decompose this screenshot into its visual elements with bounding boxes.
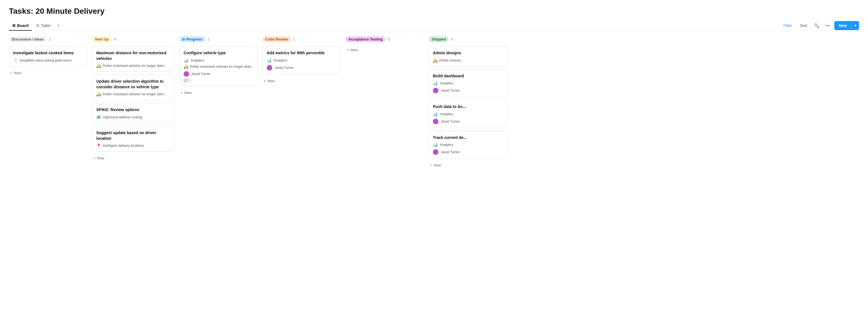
card[interactable]: Update driver selection algorithm to con… [92, 75, 175, 100]
analytics-icon: 📊 [267, 58, 272, 63]
table-icon: ⊟ [36, 23, 39, 28]
column-header-shipped: Shipped4 [429, 36, 507, 42]
add-icon: + [181, 90, 183, 95]
column-count-shipped: 4 [451, 37, 453, 41]
board: Discussion / Ideas1Investigate fastest c… [9, 36, 859, 176]
card-meta: 📊Analytics [433, 142, 503, 147]
comment-badge: 💬1 [184, 78, 254, 82]
card-title: Suggest update based on driver location [96, 130, 171, 141]
user-name: Jared Turner [441, 150, 460, 154]
new-button-arrow[interactable]: ▾ [851, 21, 859, 30]
card-tag-text: Prefer motorised vehicles for longer del… [103, 92, 166, 96]
tab-board[interactable]: ⊞ Board [9, 21, 32, 31]
card-title: Maximum distance for non-motorised vehic… [96, 50, 171, 61]
column-label-shipped: Shipped [429, 36, 448, 42]
analytics-label: Analytics [274, 58, 287, 62]
user-name: Jared Turner [191, 72, 211, 76]
page-title: Tasks: 20 Minute Delivery [9, 7, 859, 16]
user-name: Jared Turner [441, 88, 460, 92]
user-name: Jared Turner [275, 66, 293, 70]
card-tag: 🛵Prefer motorised vehicles for longer de… [96, 63, 171, 68]
column-discussion: Discussion / Ideas1Investigate fastest c… [9, 36, 88, 77]
card-tag-icon: 🛵 [433, 58, 438, 63]
card-user-row: Jared Turner [433, 149, 503, 155]
add-new-button-shipped[interactable]: + New [429, 161, 507, 169]
analytics-label: Analytics [440, 143, 453, 147]
avatar [433, 88, 438, 93]
column-codereview: Code Review1Add metrics for 95th percent… [262, 36, 341, 85]
avatar [433, 149, 438, 155]
card-title: SPIKE: Review options [96, 107, 171, 113]
column-header-nextup: Next Up4 [92, 36, 175, 42]
column-acceptance: Acceptance Testing0+ New [346, 36, 424, 54]
analytics-icon: 📊 [433, 112, 438, 116]
card[interactable]: Push data to An...📊AnalyticsJared Turner [429, 100, 507, 128]
user-name: Jared Turner [441, 119, 460, 124]
new-label: New [351, 48, 358, 52]
add-new-button-discussion[interactable]: + New [9, 69, 88, 77]
new-label: New [97, 156, 104, 160]
card-tag-text: Intelligent delivery locations [103, 144, 144, 148]
card[interactable]: Add metrics for 95th percentile📊Analytic… [262, 46, 341, 74]
card[interactable]: Track current de...📊AnalyticsJared Turne… [429, 131, 507, 159]
toolbar-right: Filter Sort 🔍 ••• New ▾ [781, 21, 859, 30]
tab-table-label: Table [41, 23, 50, 28]
column-header-discussion: Discussion / Ideas1 [9, 36, 88, 42]
sort-button[interactable]: Sort [798, 22, 810, 29]
toolbar: ⊞ Board ⊟ Table + Filter Sort 🔍 ••• New … [9, 21, 859, 31]
analytics-label: Analytics [191, 58, 204, 62]
add-icon: + [264, 79, 266, 83]
add-new-button-acceptance[interactable]: + New [346, 46, 424, 54]
tab-table[interactable]: ⊟ Table [33, 21, 54, 31]
column-nextup: Next Up4Maximum distance for non-motoris… [92, 36, 175, 162]
new-button[interactable]: New ▾ [834, 21, 859, 30]
column-header-acceptance: Acceptance Testing0 [346, 36, 424, 42]
add-new-button-codereview[interactable]: + New [262, 77, 341, 85]
add-icon: + [93, 156, 95, 160]
card-meta: 📊Analytics [433, 112, 503, 116]
analytics-icon: 📊 [433, 81, 438, 85]
card-title: Configure vehicle type [184, 50, 254, 56]
card-title: Add metrics for 95th percentile [267, 50, 337, 56]
column-count-discussion: 1 [49, 37, 51, 41]
new-label: New [184, 90, 192, 95]
card-user-row: Jared Turner [267, 65, 337, 71]
card-tag-text: Prefer motorised vehicles for longer del… [103, 64, 166, 68]
column-count-inprogress: 1 [208, 37, 210, 41]
add-new-button-nextup[interactable]: + New [92, 155, 175, 162]
add-tab-button[interactable]: + [55, 21, 63, 30]
card-title: Push data to An... [433, 104, 503, 110]
card-tag-icon: 🛵 [184, 64, 188, 69]
card-tag: 🛵Prefer motorised vehicles for longer de… [96, 92, 171, 97]
search-button[interactable]: 🔍 [813, 22, 820, 30]
column-header-codereview: Code Review1 [262, 36, 341, 42]
card[interactable]: Admin designs🛵Prefer motoris... [429, 46, 507, 66]
card[interactable]: Configure vehicle type📊Analytics🛵Prefer … [179, 46, 258, 86]
add-new-button-inprogress[interactable]: + New [179, 89, 258, 97]
card-tag-icon: 🛵 [96, 92, 101, 97]
column-count-acceptance: 0 [388, 37, 390, 41]
card-tag-icon: 📍 [96, 143, 101, 148]
filter-button[interactable]: Filter [781, 22, 795, 29]
card-user-row: Jared Turner [184, 71, 254, 77]
comment-icon: 💬 [184, 78, 188, 82]
new-label: New [434, 163, 441, 167]
card-meta: 📊Analytics [184, 58, 254, 63]
analytics-label: Analytics [440, 81, 453, 85]
card[interactable]: Build dashboard📊AnalyticsJared Turner [429, 69, 507, 97]
card[interactable]: SPIKE: Review options🗺️Optimized address… [92, 103, 175, 123]
avatar [267, 65, 272, 71]
card-meta: 📊Analytics [267, 58, 337, 63]
card-title: Track current de... [433, 135, 503, 141]
card[interactable]: Maximum distance for non-motorised vehic… [92, 46, 175, 72]
more-button[interactable]: ••• [824, 22, 831, 29]
card[interactable]: Suggest update based on driver location📍… [92, 126, 175, 152]
card-tag-icon: 🍴 [13, 58, 18, 63]
card-tag-text: Simplified menu during peak hours [20, 58, 71, 62]
avatar [433, 119, 438, 124]
card[interactable]: Investigate fastest cooked items🍴Simplif… [9, 46, 88, 66]
card-title: Build dashboard [433, 74, 503, 79]
comment-count: 1 [189, 78, 191, 82]
column-label-inprogress: In Progress [179, 36, 205, 42]
card-title: Admin designs [433, 50, 503, 56]
